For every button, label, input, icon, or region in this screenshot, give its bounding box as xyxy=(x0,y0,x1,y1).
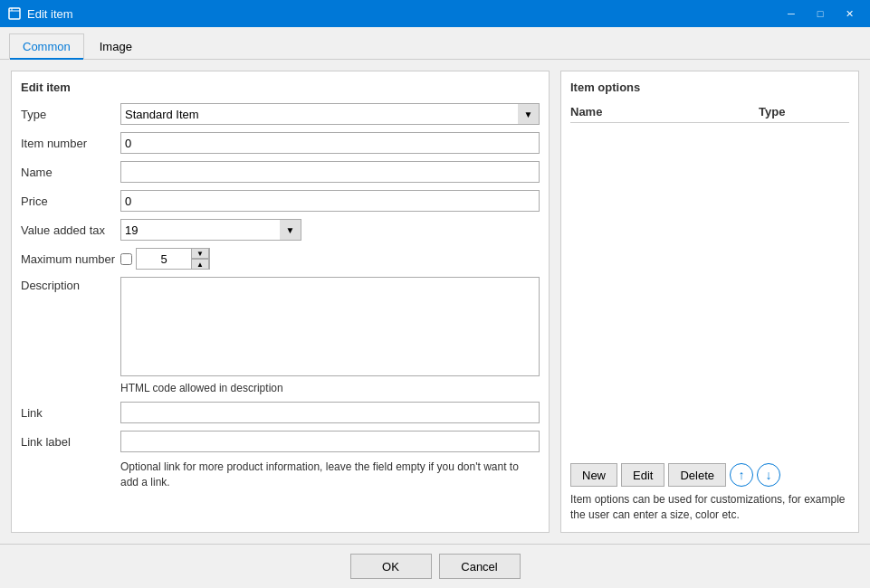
options-table-header: Name Type xyxy=(570,101,849,123)
window-icon xyxy=(7,6,22,21)
left-panel-title: Edit item xyxy=(21,81,540,94)
spinner-up-btn[interactable]: ▲ xyxy=(191,259,209,270)
price-label: Price xyxy=(21,194,120,208)
link-hint: Optional link for more product informati… xyxy=(120,460,540,490)
vat-label: Value added tax xyxy=(21,223,120,237)
description-row: Description xyxy=(21,277,540,376)
cancel-button[interactable]: Cancel xyxy=(439,554,521,579)
item-number-row: Item number xyxy=(21,132,540,154)
right-panel-title: Item options xyxy=(570,81,849,94)
minimize-button[interactable]: ─ xyxy=(778,5,805,23)
edit-option-button[interactable]: Edit xyxy=(621,463,664,487)
options-col-name-header: Name xyxy=(570,105,759,119)
link-input[interactable] xyxy=(120,402,540,423)
right-panel: Item options Name Type New Edit Delete ↑ xyxy=(560,71,859,533)
max-number-checkbox[interactable] xyxy=(120,253,132,265)
options-table-body xyxy=(570,127,849,456)
max-number-row: Maximum number ▼ ▲ xyxy=(21,248,540,270)
html-hint: HTML code allowed in description xyxy=(120,382,540,394)
link-label-input[interactable] xyxy=(120,431,540,452)
main-window: Edit item ─ □ ✕ Common Image Edit item T… xyxy=(0,0,870,588)
link-label: Link xyxy=(21,406,120,420)
item-number-input[interactable] xyxy=(120,132,540,154)
type-select-wrapper: Standard Item Service Item Package Item … xyxy=(120,103,540,125)
vat-select[interactable]: 0 7 19 xyxy=(120,219,301,241)
spinner-buttons: ▼ ▲ xyxy=(191,248,209,270)
link-label-row: Link label xyxy=(21,431,540,452)
move-up-button[interactable]: ↑ xyxy=(730,463,753,487)
options-buttons: New Edit Delete ↑ ↓ xyxy=(570,463,849,487)
max-number-label: Maximum number xyxy=(21,252,120,266)
maximize-button[interactable]: □ xyxy=(807,5,834,23)
tab-bar: Common Image xyxy=(0,27,870,60)
form-area: Edit item Type Standard Item Service Ite… xyxy=(11,71,859,533)
options-col-type-header: Type xyxy=(759,105,849,119)
name-input[interactable] xyxy=(120,161,540,183)
window-title: Edit item xyxy=(27,7,778,21)
link-row: Link xyxy=(21,402,540,423)
max-number-input[interactable] xyxy=(137,249,191,269)
arrow-up-icon: ↑ xyxy=(739,468,745,482)
main-content: Edit item Type Standard Item Service Ite… xyxy=(0,60,870,544)
name-label: Name xyxy=(21,166,120,179)
price-row: Price xyxy=(21,190,540,212)
item-number-label: Item number xyxy=(21,137,120,150)
tab-common[interactable]: Common xyxy=(9,33,84,60)
new-option-button[interactable]: New xyxy=(570,463,617,487)
description-label: Description xyxy=(21,277,120,376)
price-input[interactable] xyxy=(120,190,540,212)
spinner-wrapper: ▼ ▲ xyxy=(136,248,210,270)
name-row: Name xyxy=(21,161,540,183)
link-label-label: Link label xyxy=(21,435,120,449)
description-textarea[interactable] xyxy=(120,277,540,376)
delete-option-button[interactable]: Delete xyxy=(668,463,726,487)
vat-select-wrapper: 0 7 19 ▼ xyxy=(120,219,301,241)
options-hint: Item options can be used for customizati… xyxy=(570,492,849,523)
type-row: Type Standard Item Service Item Package … xyxy=(21,103,540,125)
tab-image[interactable]: Image xyxy=(86,33,146,60)
svg-rect-0 xyxy=(9,8,20,19)
left-panel: Edit item Type Standard Item Service Ite… xyxy=(11,71,550,533)
vat-row: Value added tax 0 7 19 ▼ xyxy=(21,219,540,241)
type-select[interactable]: Standard Item Service Item Package Item xyxy=(120,103,540,125)
spinner-down-btn[interactable]: ▼ xyxy=(191,248,209,259)
title-bar: Edit item ─ □ ✕ xyxy=(0,0,870,27)
title-bar-controls: ─ □ ✕ xyxy=(778,5,863,23)
bottom-bar: OK Cancel xyxy=(0,544,870,588)
close-button[interactable]: ✕ xyxy=(836,5,863,23)
type-label: Type xyxy=(21,108,120,121)
move-down-button[interactable]: ↓ xyxy=(757,463,780,487)
ok-button[interactable]: OK xyxy=(350,554,432,579)
arrow-down-icon: ↓ xyxy=(766,468,772,482)
